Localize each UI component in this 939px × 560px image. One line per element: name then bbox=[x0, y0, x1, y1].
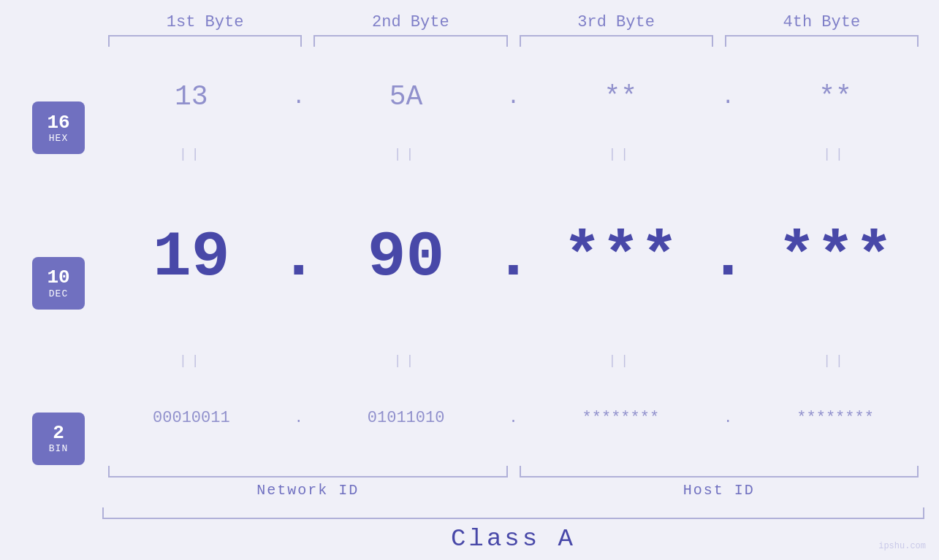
bottom-brackets-row bbox=[102, 466, 924, 477]
byte1-header: 1st Byte bbox=[102, 13, 308, 31]
bin-dot-1: . bbox=[294, 410, 303, 426]
bin-cell-2: 01011010 bbox=[317, 409, 495, 427]
hex-sep-1: . bbox=[281, 85, 317, 110]
bin-sep-2: . bbox=[495, 410, 532, 426]
bin-value-3: ******** bbox=[582, 409, 660, 427]
hex-cell-1: 13 bbox=[102, 81, 281, 112]
dec-value-3: *** bbox=[563, 221, 678, 294]
bin-dot-2: . bbox=[509, 410, 517, 426]
dec-value-4: *** bbox=[778, 221, 893, 294]
eq2-cell-4: || bbox=[746, 353, 924, 368]
bin-sep-1: . bbox=[281, 410, 317, 426]
bin-dot-3: . bbox=[723, 410, 732, 426]
byte4-header: 4th Byte bbox=[719, 13, 924, 31]
dec-badge: 10 DEC bbox=[32, 257, 85, 310]
eq2-cell-2: || bbox=[317, 353, 495, 368]
bin-cell-4: ******** bbox=[746, 409, 924, 427]
bin-value-1: 00010011 bbox=[153, 409, 230, 427]
network-id-label: Network ID bbox=[102, 482, 514, 499]
dec-sep-1: . bbox=[281, 221, 317, 294]
top-bracket-1 bbox=[108, 35, 302, 47]
top-brackets bbox=[102, 35, 924, 47]
bin-value-4: ******** bbox=[797, 409, 874, 427]
equals-row-1: || || || || bbox=[102, 144, 924, 164]
dec-cell-3: *** bbox=[532, 221, 710, 294]
eq2-sign-1: || bbox=[179, 353, 204, 368]
hex-dot-3: . bbox=[721, 85, 734, 110]
hex-cell-2: 5A bbox=[317, 81, 495, 112]
hex-dot-2: . bbox=[506, 85, 520, 110]
eq-sign-2: || bbox=[394, 147, 419, 161]
dec-value-2: 90 bbox=[368, 221, 445, 294]
page-wrapper: 1st Byte 2nd Byte 3rd Byte 4th Byte 16 H… bbox=[0, 0, 939, 560]
top-bracket-2 bbox=[313, 35, 507, 47]
dec-value-1: 19 bbox=[153, 221, 230, 294]
main-data-area: 16 HEX 10 DEC 2 BIN 13 . bbox=[15, 50, 924, 553]
eq-sign-3: || bbox=[609, 147, 634, 161]
eq2-sign-4: || bbox=[823, 353, 848, 368]
bracket-network bbox=[108, 466, 508, 477]
hex-badge-label: HEX bbox=[49, 133, 68, 144]
bin-badge-label: BIN bbox=[49, 443, 68, 454]
badges-column: 16 HEX 10 DEC 2 BIN bbox=[15, 50, 102, 553]
dec-sep-3: . bbox=[710, 221, 746, 294]
bracket-host bbox=[520, 466, 919, 477]
hex-dot-1: . bbox=[292, 85, 305, 110]
byte2-header: 2nd Byte bbox=[308, 13, 513, 31]
eq2-cell-3: || bbox=[532, 353, 710, 368]
hex-sep-3: . bbox=[710, 85, 746, 110]
hex-value-3: ** bbox=[604, 81, 638, 112]
hex-sep-2: . bbox=[495, 85, 532, 110]
hex-cell-4: ** bbox=[746, 81, 924, 112]
dec-sep-2: . bbox=[495, 221, 532, 294]
eq-cell-4: || bbox=[746, 147, 924, 161]
top-bracket-4 bbox=[725, 35, 919, 47]
bin-badge: 2 BIN bbox=[32, 413, 85, 465]
dec-dot-2: . bbox=[494, 221, 533, 294]
hex-value-4: ** bbox=[818, 81, 852, 112]
class-row: Class A bbox=[102, 525, 924, 553]
eq2-cell-1: || bbox=[102, 353, 281, 368]
hex-row: 13 . 5A . ** . ** bbox=[102, 50, 924, 144]
watermark: ipshu.com bbox=[878, 541, 926, 551]
dec-row: 19 . 90 . *** . *** bbox=[102, 164, 924, 351]
bin-cell-3: ******** bbox=[532, 409, 710, 427]
dec-dot-3: . bbox=[709, 221, 748, 294]
dec-cell-1: 19 bbox=[102, 221, 281, 294]
eq-cell-2: || bbox=[317, 147, 495, 161]
hex-cell-3: ** bbox=[532, 81, 710, 112]
hex-value-2: 5A bbox=[389, 81, 423, 112]
large-bottom-bracket bbox=[102, 507, 924, 519]
data-rows: 13 . 5A . ** . ** bbox=[102, 50, 924, 553]
dec-badge-number: 10 bbox=[47, 267, 69, 288]
eq-sign-4: || bbox=[823, 147, 848, 161]
eq-sign-1: || bbox=[179, 147, 204, 161]
bin-sep-3: . bbox=[710, 410, 746, 426]
dec-dot-1: . bbox=[279, 221, 318, 294]
bin-row: 00010011 . 01011010 . ******** . bbox=[102, 371, 924, 464]
top-bracket-3 bbox=[520, 35, 713, 47]
host-id-label: Host ID bbox=[514, 482, 925, 499]
dec-badge-label: DEC bbox=[49, 288, 68, 299]
eq-cell-1: || bbox=[102, 147, 281, 161]
bin-value-2: 01011010 bbox=[368, 409, 445, 427]
class-label: Class A bbox=[451, 525, 576, 553]
eq2-sign-3: || bbox=[609, 353, 634, 368]
dec-cell-4: *** bbox=[746, 221, 924, 294]
eq-cell-3: || bbox=[532, 147, 710, 161]
hex-value-1: 13 bbox=[175, 81, 208, 112]
dec-cell-2: 90 bbox=[317, 221, 495, 294]
hex-badge: 16 HEX bbox=[32, 101, 85, 154]
byte-headers-row: 1st Byte 2nd Byte 3rd Byte 4th Byte bbox=[102, 13, 924, 31]
bottom-labels: Network ID Host ID bbox=[102, 482, 924, 499]
byte3-header: 3rd Byte bbox=[514, 13, 719, 31]
equals-row-2: || || || || bbox=[102, 350, 924, 371]
bin-cell-1: 00010011 bbox=[102, 409, 281, 427]
eq2-sign-2: || bbox=[394, 353, 419, 368]
bottom-area: Network ID Host ID Class A bbox=[102, 466, 924, 553]
hex-badge-number: 16 bbox=[47, 112, 69, 134]
bin-badge-number: 2 bbox=[53, 423, 64, 444]
